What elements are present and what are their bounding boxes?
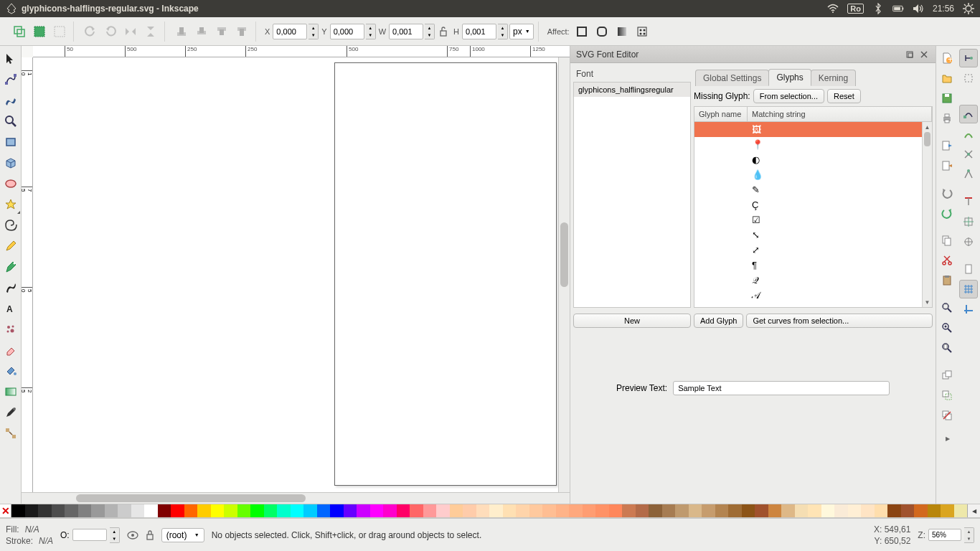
gradient-tool-icon[interactable]	[1, 382, 21, 402]
color-swatch[interactable]	[25, 504, 39, 517]
color-swatch[interactable]	[237, 504, 251, 517]
color-swatch[interactable]	[556, 504, 570, 517]
color-swatch[interactable]	[264, 504, 278, 517]
zoom-tool-icon[interactable]	[1, 111, 21, 131]
redo-icon[interactable]	[938, 204, 956, 222]
color-swatch[interactable]	[834, 504, 848, 517]
color-swatch[interactable]	[476, 504, 490, 517]
color-swatch[interactable]	[423, 504, 437, 517]
color-swatch[interactable]	[595, 504, 609, 517]
font-name-row[interactable]: glyphicons_halflingsregular	[574, 83, 690, 97]
opacity-input[interactable]	[72, 529, 107, 541]
tweak-tool-icon[interactable]	[1, 90, 21, 110]
unlink-clone-icon[interactable]	[938, 406, 956, 425]
tab-kerning[interactable]: Kerning	[811, 70, 856, 86]
deselect-icon[interactable]	[50, 22, 69, 41]
snap-cusps-icon[interactable]	[959, 165, 978, 184]
y-input[interactable]	[330, 24, 364, 39]
color-swatch[interactable]	[875, 504, 888, 517]
color-swatch[interactable]	[11, 504, 25, 517]
x-input[interactable]	[273, 24, 307, 39]
star-tool-icon[interactable]	[1, 194, 21, 215]
color-swatch[interactable]	[808, 504, 821, 517]
connector-tool-icon[interactable]	[1, 423, 21, 443]
volume-icon[interactable]	[913, 3, 924, 14]
color-swatch[interactable]	[489, 504, 503, 517]
color-swatch[interactable]	[105, 504, 118, 517]
spiral-tool-icon[interactable]	[1, 215, 21, 235]
color-swatch[interactable]	[250, 504, 264, 517]
color-swatch[interactable]	[795, 504, 809, 517]
clone-icon[interactable]	[938, 386, 956, 405]
glyph-row[interactable]: ⤢	[694, 242, 922, 258]
color-swatch[interactable]	[542, 504, 556, 517]
undo-icon[interactable]	[938, 184, 956, 202]
color-swatch[interactable]	[516, 504, 529, 517]
glyph-row[interactable]: ⤡	[694, 227, 922, 242]
select-all-icon[interactable]	[30, 22, 49, 41]
color-swatch[interactable]	[848, 504, 862, 517]
palette-menu-icon[interactable]: ◀	[967, 504, 980, 517]
add-glyph-button[interactable]: Add Glyph	[694, 314, 743, 328]
color-swatch[interactable]	[357, 504, 370, 517]
keyboard-indicator[interactable]: Ro	[847, 4, 864, 14]
snap-paths-icon[interactable]	[959, 125, 978, 143]
color-swatch[interactable]	[224, 504, 237, 517]
color-swatch[interactable]	[941, 504, 954, 517]
color-swatch[interactable]	[954, 504, 968, 517]
open-document-icon[interactable]	[938, 69, 956, 88]
bluetooth-icon[interactable]	[872, 3, 884, 14]
settings-gear-icon[interactable]	[963, 3, 974, 14]
opacity-spinner[interactable]: ▲▼	[110, 527, 120, 543]
paintbucket-tool-icon[interactable]	[1, 361, 21, 381]
color-swatch[interactable]	[583, 504, 596, 517]
ellipse-tool-icon[interactable]	[1, 174, 21, 194]
color-swatch[interactable]	[715, 504, 729, 517]
color-swatch[interactable]	[622, 504, 636, 517]
w-spinner[interactable]: ▲▼	[425, 24, 435, 39]
pencil-tool-icon[interactable]	[1, 236, 21, 256]
layer-visibility-icon[interactable]	[127, 531, 138, 540]
color-swatch[interactable]	[277, 504, 291, 517]
snap-nodes-icon[interactable]	[959, 105, 978, 123]
color-swatch[interactable]	[450, 504, 463, 517]
color-swatch[interactable]	[768, 504, 782, 517]
reset-button[interactable]: Reset	[827, 89, 861, 103]
node-tool-icon[interactable]	[1, 70, 21, 90]
glyph-row[interactable]: Ç	[694, 197, 922, 212]
snap-rotation-icon[interactable]	[959, 232, 978, 251]
color-swatch[interactable]	[755, 504, 768, 517]
zoom-drawing-icon[interactable]	[938, 319, 956, 337]
zoom-selection-icon[interactable]	[938, 298, 956, 317]
h-spinner[interactable]: ▲▼	[498, 24, 508, 39]
color-swatch[interactable]	[436, 504, 450, 517]
panel-close-icon[interactable]	[918, 49, 930, 60]
glyph-row[interactable]: 🖼	[694, 122, 922, 137]
glyph-row[interactable]: ☑	[694, 212, 922, 227]
affect-pattern-icon[interactable]	[633, 22, 651, 41]
affect-gradient-icon[interactable]	[613, 22, 631, 41]
layer-lock-icon[interactable]	[146, 530, 154, 540]
color-swatch[interactable]	[742, 504, 755, 517]
color-swatch[interactable]	[702, 504, 715, 517]
snap-intersections-icon[interactable]	[959, 145, 978, 164]
color-swatch[interactable]	[397, 504, 410, 517]
save-document-icon[interactable]	[938, 89, 956, 108]
color-swatch[interactable]	[330, 504, 344, 517]
glyph-row[interactable]: 𝒜	[694, 288, 922, 303]
rectangle-tool-icon[interactable]	[1, 132, 21, 152]
glyph-row[interactable]: 📍	[694, 137, 922, 152]
snap-page-icon[interactable]	[959, 260, 978, 278]
preview-text-input[interactable]	[673, 381, 890, 395]
color-swatch[interactable]	[383, 504, 397, 517]
horizontal-ruler[interactable]: 50 500 250 250 500 750 1000 1250	[33, 46, 570, 57]
font-list[interactable]: glyphicons_halflingsregular	[573, 82, 691, 308]
copy-icon[interactable]	[938, 231, 956, 250]
snap-others-icon[interactable]	[959, 192, 978, 211]
wifi-icon[interactable]	[827, 3, 839, 14]
color-swatch[interactable]	[91, 504, 105, 517]
color-swatch[interactable]	[197, 504, 211, 517]
color-swatch[interactable]	[317, 504, 331, 517]
color-swatch[interactable]	[370, 504, 384, 517]
zoom-page-icon[interactable]	[938, 339, 956, 357]
